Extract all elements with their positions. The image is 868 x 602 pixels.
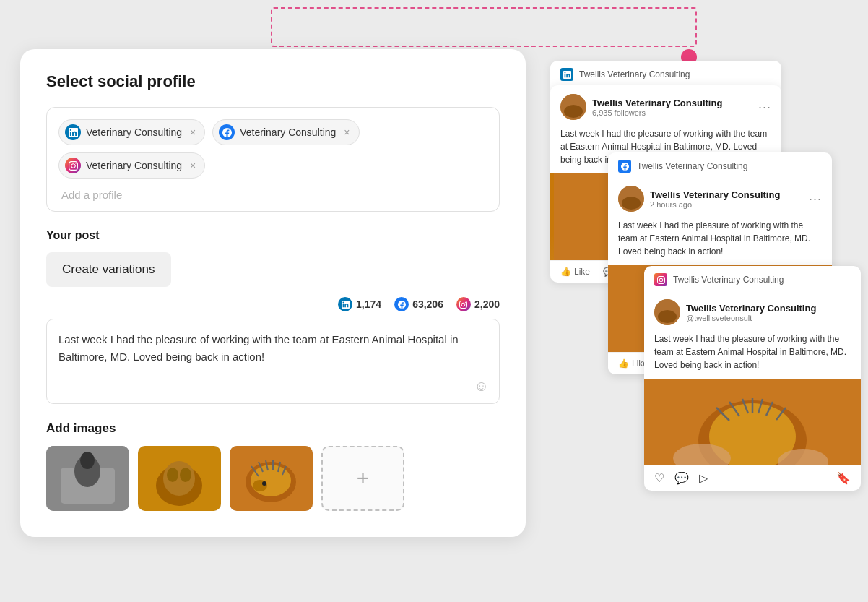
instagram-card-name: Twellis Veterinary Consulting xyxy=(686,303,816,314)
facebook-card-name: Twellis Veterinary Consulting xyxy=(650,189,780,200)
svg-point-21 xyxy=(564,105,583,118)
images-row: + xyxy=(46,446,500,511)
linkedin-card-menu[interactable]: ··· xyxy=(758,100,771,115)
your-post-label: Your post xyxy=(46,229,500,242)
instagram-inner-card: Twellis Veterinary Consulting @twellisve… xyxy=(644,291,861,491)
linkedin-card-info: Twellis Veterinary Consulting 6,935 foll… xyxy=(592,98,722,117)
image-thumb-dog[interactable] xyxy=(138,446,221,511)
facebook-card-menu[interactable]: ··· xyxy=(809,192,822,207)
profile-selector: Veterinary Consulting × Veterinary Consu… xyxy=(46,107,500,212)
instagram-preview-wrap: Twellis Veterinary Consulting Twellis Ve… xyxy=(644,266,868,491)
instagram-card-image xyxy=(644,379,861,465)
instagram-heart[interactable]: ♡ xyxy=(654,471,664,485)
tag-linkedin-label: Veterinary Consulting xyxy=(86,126,182,138)
tag-instagram-label: Veterinary Consulting xyxy=(86,160,182,171)
linkedin-card-meta: 6,935 followers xyxy=(592,108,722,117)
linkedin-header-name: Twellis Veterinary Consulting xyxy=(579,69,690,79)
follower-linkedin-icon xyxy=(338,297,352,311)
linkedin-card-header: Twellis Veterinary Consulting 6,935 foll… xyxy=(550,85,781,124)
facebook-preview-header: Twellis Veterinary Consulting xyxy=(608,152,832,177)
fb-like-icon: 👍 xyxy=(618,358,629,369)
facebook-card-meta: 2 hours ago xyxy=(650,200,780,209)
instagram-card-info: Twellis Veterinary Consulting @twellisve… xyxy=(686,303,816,322)
facebook-avatar xyxy=(618,186,644,212)
follower-item-facebook: 63,206 xyxy=(394,297,443,311)
follower-count-facebook: 63,206 xyxy=(412,298,443,310)
tag-facebook-close[interactable]: × xyxy=(344,127,350,137)
linkedin-avatar xyxy=(560,94,586,120)
linkedin-card-name: Twellis Veterinary Consulting xyxy=(592,98,722,108)
facebook-header-icon xyxy=(618,160,631,173)
dog-placeholder xyxy=(138,446,221,511)
panel-title: Select social profile xyxy=(46,72,500,91)
profile-tags-row: Veterinary Consulting × Veterinary Consu… xyxy=(58,119,487,179)
follower-count-linkedin: 1,174 xyxy=(356,298,381,310)
instagram-card-meta: @twellisveteonsult xyxy=(686,314,816,322)
hedgehog-placeholder xyxy=(230,446,313,511)
like-icon: 👍 xyxy=(560,267,571,277)
tag-facebook[interactable]: Veterinary Consulting × xyxy=(212,119,359,145)
add-profile-input[interactable]: Add a profile xyxy=(58,186,487,202)
tag-instagram-close[interactable]: × xyxy=(190,160,196,171)
instagram-preview-card: Twellis Veterinary Consulting Twellis Ve… xyxy=(644,266,861,491)
tag-linkedin[interactable]: Veterinary Consulting × xyxy=(58,119,205,145)
image-thumb-bird[interactable] xyxy=(46,446,129,511)
linkedin-preview-header: Twellis Veterinary Consulting xyxy=(550,61,781,85)
facebook-card-header: Twellis Veterinary Consulting 2 hours ag… xyxy=(608,177,832,216)
facebook-header-name: Twellis Veterinary Consulting xyxy=(637,161,747,171)
instagram-save[interactable]: 🔖 xyxy=(836,471,851,485)
emoji-icon[interactable]: ☺ xyxy=(474,378,489,395)
add-image-button[interactable]: + xyxy=(321,446,404,511)
linkedin-like[interactable]: 👍 Like xyxy=(560,267,590,277)
like-label: Like xyxy=(574,267,590,277)
svg-point-33 xyxy=(622,197,641,210)
background: Select social profile Veterinary Consult… xyxy=(0,0,868,602)
right-panel: Twellis Veterinary Consulting Twellis Ve… xyxy=(550,61,854,491)
post-text[interactable]: Last week I had the pleasure of working … xyxy=(58,331,487,396)
svg-point-7 xyxy=(167,468,178,482)
image-thumb-hedgehog[interactable] xyxy=(230,446,313,511)
post-textarea-wrap[interactable]: Last week I had the pleasure of working … xyxy=(46,319,500,404)
facebook-card-body: Last week I had the pleasure of working … xyxy=(608,216,832,265)
facebook-like[interactable]: 👍 Like xyxy=(618,358,648,369)
follower-instagram-icon xyxy=(456,297,471,311)
tag-facebook-label: Veterinary Consulting xyxy=(240,126,336,138)
instagram-share[interactable]: ▷ xyxy=(699,471,708,485)
svg-point-45 xyxy=(658,310,677,323)
add-images-label: Add images xyxy=(46,421,500,436)
follower-item-linkedin: 1,174 xyxy=(338,297,381,311)
follower-count-instagram: 2,200 xyxy=(474,298,500,310)
instagram-card-body: Last week I had the pleasure of working … xyxy=(644,330,861,379)
instagram-preview-header: Twellis Veterinary Consulting xyxy=(644,266,861,291)
follower-counts: 1,174 63,206 2,200 xyxy=(46,297,500,311)
facebook-icon xyxy=(219,124,235,140)
tag-instagram[interactable]: Veterinary Consulting × xyxy=(58,152,205,179)
facebook-card-info: Twellis Veterinary Consulting 2 hours ag… xyxy=(650,189,780,209)
instagram-card-header: Twellis Veterinary Consulting @twellisve… xyxy=(644,291,861,330)
create-variations-button[interactable]: Create variations xyxy=(46,252,171,287)
dashed-rect-top xyxy=(271,7,697,47)
linkedin-header-icon xyxy=(560,68,573,81)
instagram-actions: ♡ 💬 ▷ 🔖 xyxy=(644,465,861,491)
instagram-header-icon xyxy=(654,273,667,286)
follower-facebook-icon xyxy=(394,297,409,311)
follower-item-instagram: 2,200 xyxy=(456,297,500,311)
svg-point-19 xyxy=(262,481,266,486)
svg-point-8 xyxy=(180,468,191,482)
left-panel: Select social profile Veterinary Consult… xyxy=(20,49,526,537)
tag-linkedin-close[interactable]: × xyxy=(190,127,196,137)
instagram-header-name: Twellis Veterinary Consulting xyxy=(673,275,784,285)
svg-point-3 xyxy=(80,452,95,469)
linkedin-icon xyxy=(65,124,81,140)
bird-placeholder xyxy=(46,446,129,511)
instagram-avatar xyxy=(654,299,680,325)
instagram-icon xyxy=(65,158,81,173)
instagram-comment[interactable]: 💬 xyxy=(674,471,689,485)
